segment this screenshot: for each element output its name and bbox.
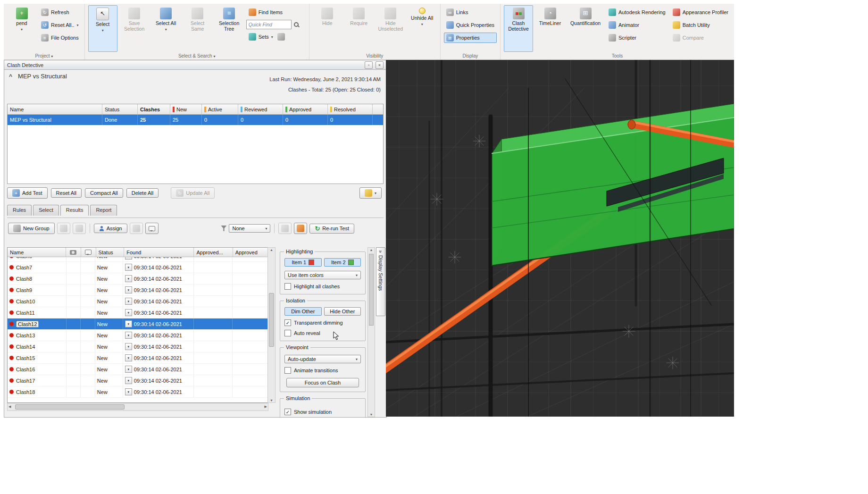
sets-options-icon[interactable] xyxy=(277,33,285,41)
results-row[interactable]: Clash18 New ▾09:30:14 02-06-2021 xyxy=(8,386,268,398)
col-header-status[interactable]: Status xyxy=(102,104,138,115)
scroll-left-icon[interactable]: ◀ xyxy=(8,405,11,409)
results-row[interactable]: Clash9 New ▾09:30:14 02-06-2021 xyxy=(8,285,268,296)
found-dropdown-icon[interactable]: ▾ xyxy=(125,377,132,384)
results-vertical-scrollbar[interactable]: ▲ ▼ xyxy=(267,247,275,403)
add-comment-button[interactable] xyxy=(145,223,159,234)
report-export-button[interactable]: ▾ xyxy=(359,187,382,199)
dock-icon[interactable]: ▫ xyxy=(365,61,373,69)
results-col-status[interactable]: Status xyxy=(96,248,125,257)
found-dropdown-icon[interactable]: ▾ xyxy=(125,332,132,339)
quick-properties-button[interactable]: Quick Properties xyxy=(444,20,497,30)
compact-all-button[interactable]: Compact All xyxy=(85,188,123,198)
select-button[interactable]: ↖ Select ▾ xyxy=(88,5,117,52)
filter-select[interactable]: None▾ xyxy=(229,224,270,233)
results-row[interactable]: Clash10 New ▾09:30:14 02-06-2021 xyxy=(8,296,268,307)
unhide-all-button[interactable]: Unhide All ▾ xyxy=(408,5,437,52)
scripter-button[interactable]: Scripter xyxy=(606,33,668,43)
use-item-colors-select[interactable]: Use item colors▾ xyxy=(284,271,361,279)
results-row[interactable]: Clash15 New ▾09:30:14 02-06-2021 xyxy=(8,352,268,364)
results-horizontal-scrollbar[interactable]: ◀ ▶ xyxy=(7,403,268,411)
scroll-down-icon[interactable]: ▼ xyxy=(268,399,275,402)
results-row[interactable]: Clash16 New ▾09:30:14 02-06-2021 xyxy=(8,364,268,375)
audio-alert-button[interactable] xyxy=(294,223,307,234)
group-label-tools[interactable]: Tools xyxy=(501,53,734,59)
scroll-up-icon[interactable]: ▲ xyxy=(368,248,375,251)
found-dropdown-icon[interactable]: ▾ xyxy=(125,343,132,350)
results-row[interactable]: Clash8 New ▾09:30:14 02-06-2021 xyxy=(8,273,268,285)
clash-detective-button[interactable]: Clash Detective xyxy=(504,5,533,52)
found-dropdown-icon[interactable]: ▾ xyxy=(125,309,132,316)
found-dropdown-icon[interactable]: ▾ xyxy=(125,354,132,361)
found-dropdown-icon[interactable]: ▾ xyxy=(125,366,132,373)
find-items-button[interactable]: Find Items xyxy=(246,7,306,17)
batch-utility-button[interactable]: Batch Utility xyxy=(670,20,731,30)
col-header-approved[interactable]: Approved xyxy=(283,104,328,115)
animator-button[interactable]: Animator xyxy=(606,20,668,30)
results-row[interactable]: Clash13 New ▾09:30:14 02-06-2021 xyxy=(8,330,268,341)
scroll-up-icon[interactable]: ▲ xyxy=(268,248,275,251)
scrollbar-thumb[interactable] xyxy=(15,404,125,410)
properties-button[interactable]: ≣Properties xyxy=(444,33,497,43)
scroll-right-icon[interactable]: ▶ xyxy=(265,405,267,409)
auto-update-select[interactable]: Auto-update▾ xyxy=(284,355,361,363)
found-dropdown-icon[interactable]: ▾ xyxy=(125,264,132,271)
timeliner-button[interactable]: ◔ TimeLiner xyxy=(535,5,565,52)
rerun-test-button[interactable]: ↻Re-run Test xyxy=(309,224,354,234)
model-viewport[interactable] xyxy=(386,60,734,417)
panel-titlebar[interactable]: Clash Detective ▫ × xyxy=(4,60,386,70)
collapse-chevron-icon[interactable]: ^ xyxy=(9,73,12,80)
close-icon[interactable]: × xyxy=(376,61,384,69)
results-col-found[interactable]: Found xyxy=(124,248,194,257)
found-dropdown-icon[interactable]: ▾ xyxy=(125,388,132,395)
group-label-visibility[interactable]: Visibility xyxy=(309,53,440,59)
add-test-button[interactable]: +Add Test xyxy=(7,187,48,199)
found-dropdown-icon[interactable]: ▾ xyxy=(125,286,132,293)
links-button[interactable]: ∞Links xyxy=(444,7,497,17)
results-row[interactable]: Clash12 New ▾09:30:14 02-06-2021 xyxy=(8,318,268,330)
found-dropdown-icon[interactable]: ▾ xyxy=(125,320,132,327)
appearance-profiler-button[interactable]: Appearance Profiler xyxy=(670,7,731,17)
highlight-all-clashes-checkbox[interactable]: Highlight all clashes xyxy=(284,283,361,290)
col-header-resolved[interactable]: Resolved xyxy=(328,104,373,115)
focus-on-clash-button[interactable]: Focus on Clash xyxy=(286,378,359,387)
quick-find-input[interactable] xyxy=(246,20,292,29)
results-col-approved[interactable]: Approved xyxy=(233,248,268,257)
results-col-viewpoint[interactable] xyxy=(66,248,81,257)
quick-find-search-icon[interactable] xyxy=(293,22,300,28)
scrollbar-thumb[interactable] xyxy=(369,254,374,326)
hide-other-button[interactable]: Hide Other xyxy=(324,307,361,316)
results-row[interactable]: Clash14 New ▾09:30:14 02-06-2021 xyxy=(8,341,268,352)
col-header-reviewed[interactable]: Reviewed xyxy=(238,104,283,115)
animate-transitions-checkbox[interactable]: Animate transitions xyxy=(284,367,361,374)
group-label-select-search[interactable]: Select & Search ▾ xyxy=(85,53,309,59)
append-button[interactable]: + pend ▾ xyxy=(7,5,36,52)
file-options-button[interactable]: ≡File Options xyxy=(39,33,81,43)
refresh-button[interactable]: ↻Refresh xyxy=(39,7,81,17)
reset-all-tests-button[interactable]: Reset All xyxy=(51,188,82,198)
results-row[interactable]: Clash17 New ▾09:30:14 02-06-2021 xyxy=(8,375,268,386)
show-simulation-checkbox[interactable]: Show simulation xyxy=(284,409,361,415)
group-label-project[interactable]: Project ▾ xyxy=(4,53,84,59)
delete-all-button[interactable]: Delete All xyxy=(126,188,159,198)
results-col-approved-by[interactable]: Approved... xyxy=(194,248,233,257)
found-dropdown-icon[interactable]: ▾ xyxy=(125,298,132,305)
col-header-name[interactable]: Name xyxy=(8,104,102,115)
item1-button[interactable]: Item 1 xyxy=(284,258,322,267)
selection-tree-button[interactable]: ≡ Selection Tree xyxy=(215,5,244,52)
auto-reveal-checkbox[interactable]: Auto reveal xyxy=(284,330,361,336)
results-row[interactable]: Clash6 New ▾09:30:14 02-06-2021 xyxy=(8,257,268,262)
dim-other-button[interactable]: Dim Other xyxy=(284,307,322,316)
tab[interactable]: Rules xyxy=(7,205,32,216)
found-dropdown-icon[interactable]: ▾ xyxy=(125,275,132,282)
test-row[interactable]: MEP vs Structural Done 25 25 0 0 0 0 xyxy=(8,115,383,125)
quantification-button[interactable]: ⊞ Quantification xyxy=(567,5,604,52)
scrollbar-thumb[interactable] xyxy=(269,293,274,347)
results-col-comments[interactable] xyxy=(81,248,96,257)
assign-button[interactable]: Assign xyxy=(94,224,127,233)
display-settings-tab[interactable]: » Display Settings xyxy=(376,247,385,316)
reset-all-button[interactable]: ↺Reset All..▾ xyxy=(39,20,81,30)
select-all-button[interactable]: Select All ▾ xyxy=(151,5,181,52)
new-group-button[interactable]: New Group xyxy=(8,223,55,234)
sets-button[interactable]: Sets▾ xyxy=(246,32,275,42)
